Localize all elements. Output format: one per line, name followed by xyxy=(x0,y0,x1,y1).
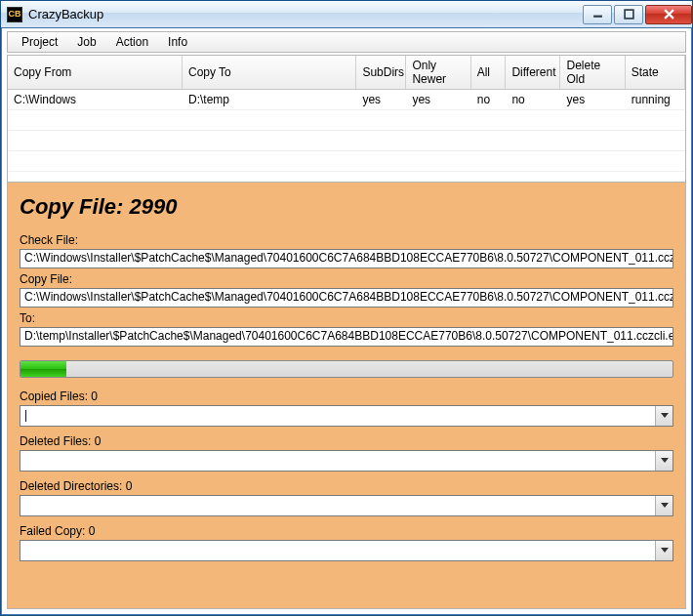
column-header[interactable]: SubDirs xyxy=(356,56,406,90)
failed-copy-label: Failed Copy: 0 xyxy=(20,524,673,538)
menu-info[interactable]: Info xyxy=(158,32,197,52)
jobs-table: Copy FromCopy ToSubDirsOnly NewerAllDiff… xyxy=(8,56,685,183)
copied-files-value: | xyxy=(20,406,655,426)
close-icon xyxy=(664,9,674,20)
copied-files-combo[interactable]: | xyxy=(20,405,673,427)
window-title: CrazyBackup xyxy=(28,7,103,21)
titlebar[interactable]: CB CrazyBackup xyxy=(1,1,692,28)
chevron-down-icon[interactable] xyxy=(655,406,673,426)
column-header[interactable]: State xyxy=(625,56,684,90)
chevron-down-icon[interactable] xyxy=(655,451,673,471)
menu-action[interactable]: Action xyxy=(106,32,158,52)
deleted-dirs-value xyxy=(20,496,655,515)
menu-project[interactable]: Project xyxy=(12,32,67,52)
progress-bar-fill xyxy=(20,361,66,377)
column-header[interactable]: Delete Old xyxy=(560,56,625,90)
failed-copy-value xyxy=(20,541,655,560)
svg-marker-7 xyxy=(661,548,669,553)
table-row xyxy=(8,110,685,131)
table-row xyxy=(8,131,685,151)
column-header[interactable]: Copy To xyxy=(182,56,355,90)
minimize-icon xyxy=(592,9,603,20)
content-frame: Copy FromCopy ToSubDirsOnly NewerAllDiff… xyxy=(7,55,686,609)
check-file-field: C:\Windows\Installer\$PatchCache$\Manage… xyxy=(20,249,673,268)
deleted-files-combo[interactable] xyxy=(20,450,673,472)
chevron-down-icon[interactable] xyxy=(655,541,673,560)
column-header[interactable]: All xyxy=(470,56,506,90)
table-row xyxy=(8,172,685,184)
column-header[interactable]: Only Newer xyxy=(406,56,470,90)
menubar: Project Job Action Info xyxy=(7,31,686,53)
window-controls xyxy=(581,5,692,24)
column-header[interactable]: Copy From xyxy=(8,56,182,90)
menu-job[interactable]: Job xyxy=(67,32,105,52)
chevron-down-icon[interactable] xyxy=(655,496,673,515)
copy-file-counter: Copy File: 2990 xyxy=(20,194,673,220)
jobs-grid[interactable]: Copy FromCopy ToSubDirsOnly NewerAllDiff… xyxy=(8,56,685,183)
maximize-icon xyxy=(624,9,634,20)
copy-file-field: C:\Windows\Installer\$PatchCache$\Manage… xyxy=(20,288,673,308)
deleted-files-label: Deleted Files: 0 xyxy=(20,434,673,448)
deleted-dirs-label: Deleted Directories: 0 xyxy=(20,479,673,493)
to-label: To: xyxy=(20,311,673,325)
table-header-row: Copy FromCopy ToSubDirsOnly NewerAllDiff… xyxy=(8,56,685,90)
column-header[interactable]: Different xyxy=(506,56,560,90)
svg-marker-5 xyxy=(661,458,669,463)
check-file-label: Check File: xyxy=(20,233,673,247)
table-row[interactable]: C:\WindowsD:\tempyesyesnonoyesrunning xyxy=(8,90,685,110)
svg-marker-6 xyxy=(661,503,669,508)
table-row xyxy=(8,151,685,172)
app-icon: CB xyxy=(7,7,22,22)
svg-rect-1 xyxy=(625,10,633,19)
maximize-button[interactable] xyxy=(614,5,643,24)
copied-files-label: Copied Files: 0 xyxy=(20,390,673,403)
minimize-button[interactable] xyxy=(583,5,612,24)
status-pane: Copy File: 2990 Check File: C:\Windows\I… xyxy=(8,183,685,608)
progress-bar xyxy=(20,360,673,378)
copy-file-label: Copy File: xyxy=(20,272,673,286)
deleted-files-value xyxy=(20,451,655,471)
app-window: CB CrazyBackup Project Job Action Info C… xyxy=(0,0,693,616)
failed-copy-combo[interactable] xyxy=(20,540,673,561)
deleted-dirs-combo[interactable] xyxy=(20,495,673,516)
close-button[interactable] xyxy=(645,5,692,24)
svg-marker-4 xyxy=(661,413,669,418)
to-field: D:\temp\Installer\$PatchCache$\Managed\7… xyxy=(20,327,673,347)
